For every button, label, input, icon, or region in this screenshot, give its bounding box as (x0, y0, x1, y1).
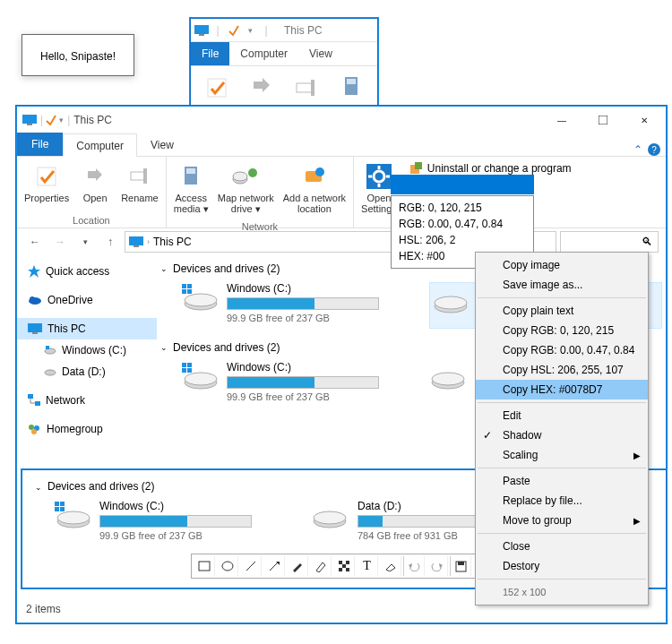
map-drive-button[interactable]: Map network drive ▾ (214, 159, 278, 218)
open-button[interactable]: Open (74, 159, 116, 211)
tab-file[interactable]: File (191, 42, 229, 65)
nav-network[interactable]: Network (17, 390, 157, 411)
save-icon[interactable] (450, 556, 471, 576)
drive-usage-bar (227, 297, 379, 310)
menu-copy-plain-text[interactable]: Copy plain text (476, 301, 648, 321)
uninstall-link[interactable]: Uninstall or change a program (409, 162, 572, 175)
drive-icon (180, 361, 218, 391)
menu-copy-image[interactable]: Copy image (476, 255, 648, 275)
menu-paste[interactable]: Paste (476, 471, 648, 491)
svg-rect-35 (28, 323, 42, 332)
drive-icon (432, 285, 470, 315)
svg-rect-3 (297, 83, 313, 92)
breadcrumb-item[interactable]: This PC (153, 236, 192, 248)
nav-homegroup[interactable]: Homegroup (17, 418, 157, 440)
snip-note[interactable]: Hello, Snipaste! (22, 34, 134, 76)
close-button[interactable]: ✕ (625, 107, 664, 133)
submenu-arrow-icon: ▶ (633, 516, 641, 526)
svg-rect-47 (182, 284, 186, 288)
svg-rect-8 (27, 124, 32, 125)
svg-rect-55 (182, 363, 186, 367)
menu-edit[interactable]: Edit (476, 406, 648, 425)
menu-scaling[interactable]: Scaling▶ (476, 445, 648, 465)
rename-button[interactable]: Rename (117, 159, 162, 211)
ribbon-group-location: Properties Open Rename Location (17, 157, 167, 228)
drive-free: 99.9 GB free of 237 GB (227, 313, 379, 323)
svg-rect-75 (346, 561, 349, 564)
drive-name: Windows (C:) (227, 282, 379, 295)
drive-c[interactable]: Windows (C:)99.9 GB free of 237 GB (180, 282, 413, 329)
svg-point-70 (222, 562, 233, 571)
svg-rect-57 (182, 368, 186, 373)
menu-destroy[interactable]: Destory (476, 556, 648, 576)
eraser-tool-icon[interactable] (380, 556, 401, 576)
svg-rect-14 (186, 168, 195, 174)
ellipse-tool-icon[interactable] (217, 556, 238, 576)
arrow-tool-icon[interactable] (263, 556, 285, 576)
menu-copy-rgb[interactable]: Copy RGB: 0, 120, 215 (476, 321, 648, 340)
properties-icon (45, 114, 57, 126)
drive-icon (180, 282, 218, 313)
dropdown-icon: ▾ (243, 23, 257, 38)
marker-tool-icon[interactable] (310, 556, 332, 576)
maximize-button[interactable] (583, 107, 623, 133)
nav-c-drive[interactable]: Windows (C:) (17, 339, 157, 361)
window-title: This PC (284, 24, 323, 37)
svg-point-68 (314, 511, 346, 524)
redo-icon[interactable] (426, 556, 448, 576)
svg-point-39 (45, 370, 56, 375)
svg-point-42 (29, 425, 34, 430)
menu-close[interactable]: Close (476, 537, 648, 556)
line-tool-icon[interactable] (240, 556, 262, 576)
drive-c[interactable]: Windows (C:)99.9 GB free of 237 GB (53, 500, 295, 541)
recent-button[interactable]: ▾ (74, 231, 96, 253)
drive-c[interactable]: Windows (C:)99.9 GB free of 237 GB (180, 361, 413, 402)
menu-copy-hex[interactable]: Copy HEX: #0078D7 (476, 380, 648, 399)
annotation-toolbar: T (191, 554, 497, 579)
svg-point-44 (31, 429, 37, 434)
svg-rect-58 (187, 368, 192, 373)
monitor-icon (194, 23, 209, 38)
nav-onedrive[interactable]: OneDrive (17, 289, 157, 311)
tab-view[interactable]: View (137, 133, 187, 156)
mosaic-tool-icon[interactable] (333, 556, 355, 576)
rect-tool-icon[interactable] (194, 556, 215, 576)
tab-computer[interactable]: Computer (229, 42, 298, 65)
svg-rect-6 (347, 79, 356, 84)
svg-rect-10 (38, 167, 56, 185)
menu-save-image[interactable]: Save image as... (476, 275, 648, 295)
up-button[interactable]: ↑ (99, 231, 121, 253)
minimize-button[interactable]: — (542, 107, 582, 133)
back-button[interactable]: ← (24, 231, 46, 253)
svg-point-62 (57, 511, 90, 524)
svg-rect-78 (346, 568, 349, 571)
search-box[interactable]: 🔍︎ (560, 231, 659, 253)
svg-rect-50 (187, 289, 192, 294)
menu-copy-hsl[interactable]: Copy HSL: 206, 255, 107 (476, 360, 648, 380)
access-media-button[interactable]: Access media ▾ (170, 159, 212, 218)
add-network-location-button[interactable]: Add a network location (280, 159, 349, 218)
monitor-icon (129, 236, 143, 247)
forward-button[interactable]: → (49, 231, 71, 253)
ribbon: Properties Open Rename Location Access m… (17, 157, 666, 228)
menu-copy-rgb-norm[interactable]: Copy RGB: 0.00, 0.47, 0.84 (476, 340, 648, 360)
nav-quick-access[interactable]: Quick access (17, 261, 157, 282)
text-tool-icon[interactable]: T (357, 556, 378, 576)
nav-d-drive[interactable]: Data (D:) (17, 361, 157, 382)
menu-replace[interactable]: Replace by file... (476, 491, 648, 511)
help-icon[interactable]: ? (648, 143, 660, 156)
window-title: This PC (73, 114, 112, 126)
properties-button[interactable]: Properties (21, 159, 73, 211)
menu-shadow[interactable]: ✓Shadow (476, 425, 648, 445)
pen-tool-icon[interactable] (287, 556, 308, 576)
svg-rect-66 (60, 507, 65, 511)
menu-move-to-group[interactable]: Move to group▶ (476, 511, 648, 530)
collapse-ribbon-icon[interactable]: ⌃ (633, 143, 642, 156)
tab-view[interactable]: View (298, 42, 343, 65)
undo-icon[interactable] (403, 556, 425, 576)
nav-this-pc[interactable]: This PC (17, 318, 157, 339)
tab-file[interactable]: File (17, 133, 63, 156)
svg-point-16 (233, 172, 247, 181)
svg-rect-2 (208, 79, 226, 97)
tab-computer[interactable]: Computer (63, 133, 137, 157)
